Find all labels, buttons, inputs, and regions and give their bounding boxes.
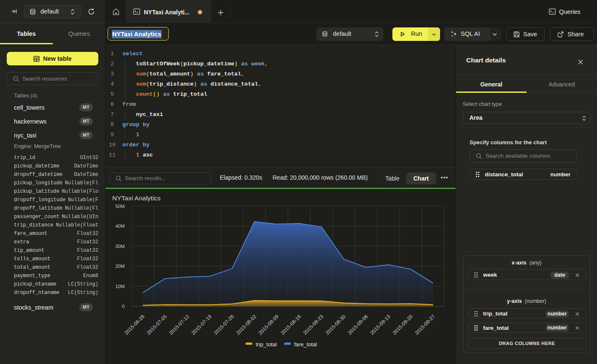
svg-text:2015-09-13: 2015-09-13 bbox=[369, 313, 392, 336]
svg-text:10M: 10M bbox=[115, 284, 124, 289]
svg-text:0: 0 bbox=[122, 304, 124, 309]
svg-text:2015-09-06: 2015-09-06 bbox=[347, 313, 370, 336]
svg-text:2015-08-16: 2015-08-16 bbox=[280, 313, 303, 336]
svg-text:2015-08-09: 2015-08-09 bbox=[257, 313, 280, 336]
svg-text:trip_total: trip_total bbox=[256, 341, 277, 348]
svg-text:2015-09-20: 2015-09-20 bbox=[392, 313, 414, 336]
svg-text:40M: 40M bbox=[115, 224, 124, 229]
svg-text:2015-07-19: 2015-07-19 bbox=[190, 313, 213, 336]
svg-text:2015-07-05: 2015-07-05 bbox=[146, 313, 168, 336]
svg-text:2015-08-02: 2015-08-02 bbox=[235, 313, 258, 336]
svg-text:20M: 20M bbox=[115, 264, 124, 269]
svg-text:2015-08-30: 2015-08-30 bbox=[324, 313, 347, 336]
svg-text:2015-07-12: 2015-07-12 bbox=[168, 313, 191, 336]
svg-text:2015-08-23: 2015-08-23 bbox=[302, 313, 325, 336]
svg-text:50M: 50M bbox=[115, 204, 124, 209]
svg-text:NYTaxi Analytics: NYTaxi Analytics bbox=[112, 194, 161, 202]
svg-text:2015-09-27: 2015-09-27 bbox=[414, 313, 437, 336]
svg-text:fare_total: fare_total bbox=[294, 341, 317, 348]
svg-text:30M: 30M bbox=[115, 244, 124, 249]
svg-text:2015-07-26: 2015-07-26 bbox=[213, 313, 235, 336]
svg-text:2015-06-28: 2015-06-28 bbox=[123, 313, 146, 336]
